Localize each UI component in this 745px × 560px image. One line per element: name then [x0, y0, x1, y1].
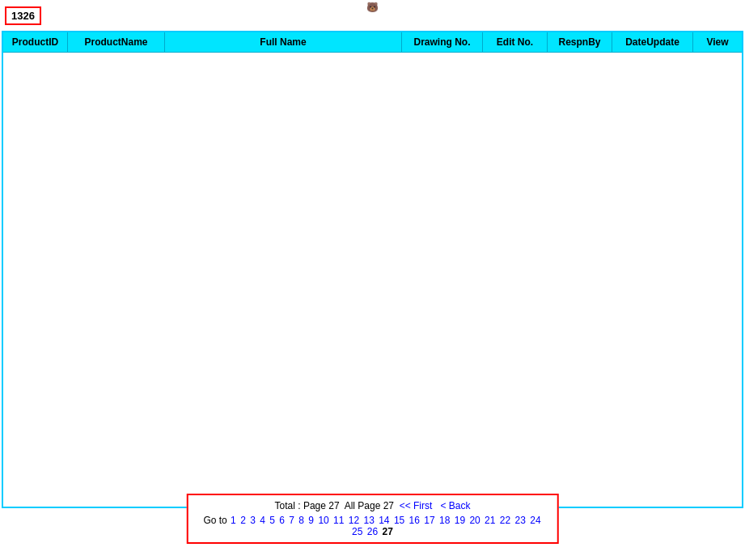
- page-link-10[interactable]: 10: [318, 515, 328, 526]
- page-links: 1 2 3 4 5 6 7 8 9 10 11 12 13 14 15 16 1…: [230, 515, 541, 537]
- page-link-23[interactable]: 23: [515, 515, 526, 526]
- back-page-link[interactable]: < Back: [440, 500, 470, 511]
- page-link-6[interactable]: 6: [279, 515, 285, 526]
- logo-image: 🐻: [366, 2, 379, 13]
- page-link-26[interactable]: 26: [367, 526, 378, 537]
- page-link-21[interactable]: 21: [485, 515, 495, 526]
- page-link-19[interactable]: 19: [455, 515, 465, 526]
- pagination-area: Total : Page 27 All Page 27 << First < B…: [186, 494, 559, 544]
- page-link-18[interactable]: 18: [439, 515, 450, 526]
- first-page-link[interactable]: << First: [400, 500, 433, 511]
- page-link-17[interactable]: 17: [424, 515, 434, 526]
- goto-label: Go to: [203, 515, 230, 526]
- page-link-25[interactable]: 25: [352, 526, 362, 537]
- page-link-11[interactable]: 11: [333, 515, 344, 526]
- col-view: View: [693, 32, 742, 52]
- table-header: ProductID ProductName Full Name Drawing …: [3, 32, 742, 53]
- col-product-id: ProductID: [3, 32, 68, 52]
- col-drawing-no: Drawing No.: [402, 32, 483, 52]
- page-link-3[interactable]: 3: [250, 515, 256, 526]
- pagination-goto: Go to 1 2 3 4 5 6 7 8 9 10 11 12 13 14 1…: [199, 515, 546, 537]
- page-link-7[interactable]: 7: [289, 515, 294, 526]
- page-link-2[interactable]: 2: [240, 515, 246, 526]
- page-link-9[interactable]: 9: [308, 515, 314, 526]
- page-link-24[interactable]: 24: [530, 515, 540, 526]
- main-table-container: ProductID ProductName Full Name Drawing …: [2, 31, 743, 508]
- page-link-4[interactable]: 4: [260, 515, 265, 526]
- pagination-summary: Total : Page 27 All Page 27 << First < B…: [199, 500, 546, 511]
- page-link-15[interactable]: 15: [394, 515, 404, 526]
- page-link-5[interactable]: 5: [269, 515, 275, 526]
- page-link-14[interactable]: 14: [379, 515, 389, 526]
- col-edit-no: Edit No.: [483, 32, 548, 52]
- page-link-1[interactable]: 1: [231, 515, 236, 526]
- page-link-13[interactable]: 13: [363, 515, 374, 526]
- table-body: [3, 53, 742, 503]
- record-count: 1326: [5, 6, 41, 25]
- logo-icon: 🐻: [366, 2, 379, 13]
- page-link-27-current: 27: [383, 526, 393, 537]
- col-full-name: Full Name: [165, 32, 402, 52]
- page-link-22[interactable]: 22: [500, 515, 510, 526]
- page-link-12[interactable]: 12: [349, 515, 359, 526]
- page-link-16[interactable]: 16: [409, 515, 420, 526]
- pagination-total-text: Total : Page 27 All Page 27: [275, 500, 397, 511]
- page-link-8[interactable]: 8: [298, 515, 304, 526]
- page-link-20[interactable]: 20: [469, 515, 480, 526]
- col-respn-by: RespnBy: [548, 32, 612, 52]
- col-date-update: DateUpdate: [612, 32, 693, 52]
- col-product-name: ProductName: [68, 32, 165, 52]
